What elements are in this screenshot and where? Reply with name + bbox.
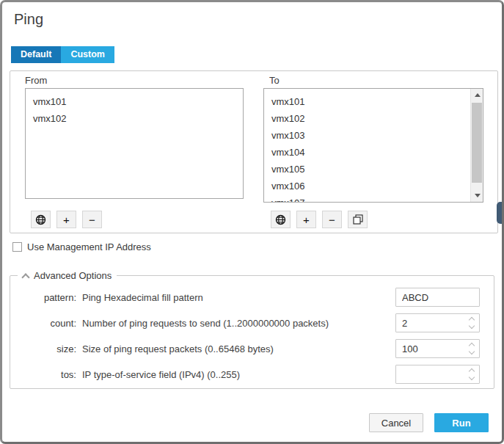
to-add-button[interactable]: +: [296, 211, 316, 228]
endpoints-group: From To vmx101 vmx102 vmx101 vmx102 vmx1…: [10, 70, 498, 233]
triangle-down-icon: [475, 194, 481, 197]
copy-icon: [353, 214, 363, 225]
globe-icon: [35, 214, 46, 225]
minus-icon: −: [89, 214, 95, 226]
from-label: From: [25, 75, 47, 86]
count-input[interactable]: [395, 313, 480, 332]
dialog-footer: Cancel Run: [369, 413, 489, 432]
to-toolbar: + −: [271, 211, 368, 228]
scroll-down-button[interactable]: [471, 189, 483, 202]
tab-bar: Default Custom: [11, 46, 114, 63]
from-toolbar: + −: [31, 211, 102, 228]
from-listbox[interactable]: vmx101 vmx102: [25, 88, 244, 199]
pattern-input[interactable]: [395, 288, 480, 307]
chevron-down-icon: [469, 374, 475, 380]
size-input[interactable]: [395, 339, 480, 358]
scrollbar-thumb[interactable]: [472, 103, 482, 183]
advanced-options-title: Advanced Options: [34, 270, 112, 281]
tos-description: IP type-of-service field (IPv4) (0..255): [76, 369, 395, 380]
tos-input[interactable]: [395, 365, 480, 384]
to-list-scrollbar[interactable]: [470, 89, 483, 202]
list-item[interactable]: vmx102: [264, 110, 483, 127]
scroll-up-button[interactable]: [471, 89, 483, 101]
plus-icon: +: [63, 214, 70, 226]
to-label: To: [269, 75, 280, 86]
run-button[interactable]: Run: [434, 413, 489, 432]
size-spinner[interactable]: [468, 342, 475, 355]
chevron-down-icon: [469, 323, 475, 329]
pattern-label: pattern:: [10, 292, 76, 303]
minus-icon: −: [329, 214, 335, 226]
size-description: Size of ping request packets (0..65468 b…: [76, 343, 395, 354]
count-row: count: Number of ping requests to send (…: [10, 313, 494, 332]
tos-row: tos: IP type-of-service field (IPv4) (0.…: [10, 365, 494, 384]
ping-dialog: Ping Default Custom From To vmx101 vmx10…: [0, 0, 504, 444]
list-item[interactable]: vmx105: [264, 161, 483, 178]
triangle-up-icon: [475, 93, 481, 97]
list-item[interactable]: vmx107: [264, 194, 483, 203]
from-globe-button[interactable]: [31, 211, 51, 228]
count-label: count:: [10, 318, 76, 329]
management-ip-row: Use Management IP Address: [12, 241, 151, 252]
advanced-options-legend: Advanced Options: [18, 270, 117, 281]
advanced-rows: pattern: Ping Hexadecimal fill pattern c…: [10, 276, 494, 384]
list-item[interactable]: vmx101: [264, 93, 483, 110]
tos-label: tos:: [10, 369, 76, 380]
list-item[interactable]: vmx102: [26, 110, 243, 127]
size-row: size: Size of ping request packets (0..6…: [10, 339, 494, 358]
from-remove-button[interactable]: −: [82, 211, 102, 228]
tos-spinner[interactable]: [468, 368, 475, 381]
list-item[interactable]: vmx103: [264, 127, 483, 144]
page-title: Ping: [14, 11, 43, 28]
list-item[interactable]: vmx104: [264, 144, 483, 161]
background-peek: [497, 202, 504, 224]
cancel-button[interactable]: Cancel: [369, 413, 423, 432]
from-add-button[interactable]: +: [56, 211, 76, 228]
management-ip-checkbox[interactable]: [12, 242, 22, 252]
management-ip-label: Use Management IP Address: [27, 241, 151, 252]
pattern-row: pattern: Ping Hexadecimal fill pattern: [10, 288, 494, 307]
advanced-options-group: Advanced Options pattern: Ping Hexadecim…: [10, 275, 494, 389]
count-spinner[interactable]: [468, 316, 475, 330]
to-listbox[interactable]: vmx101 vmx102 vmx103 vmx104 vmx105 vmx10…: [263, 88, 483, 203]
chevron-down-icon: [469, 349, 475, 354]
count-description: Number of ping requests to send (1..2000…: [76, 318, 395, 329]
to-remove-button[interactable]: −: [322, 211, 342, 228]
tab-custom[interactable]: Custom: [61, 46, 114, 63]
list-item[interactable]: vmx106: [264, 178, 483, 194]
tab-default[interactable]: Default: [11, 46, 61, 63]
to-copy-button[interactable]: [348, 211, 368, 228]
globe-icon: [275, 214, 286, 225]
pattern-description: Ping Hexadecimal fill pattern: [76, 292, 395, 303]
list-item[interactable]: vmx101: [26, 93, 243, 110]
chevron-up-icon[interactable]: [21, 273, 29, 281]
size-label: size:: [10, 343, 76, 354]
plus-icon: +: [303, 214, 310, 226]
to-globe-button[interactable]: [271, 211, 291, 228]
